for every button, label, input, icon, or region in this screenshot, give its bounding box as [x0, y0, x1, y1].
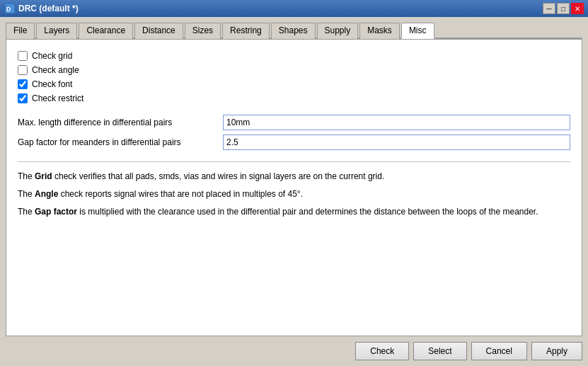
misc-tab-content: Check grid Check angle Check font Check … [6, 39, 582, 336]
check-restrict-label: Check restrict [32, 93, 83, 103]
max-length-row: Max. length difference in differential p… [18, 115, 570, 130]
check-grid-label: Check grid [32, 51, 72, 61]
apply-button[interactable]: Apply [531, 342, 582, 360]
window-controls: ─ □ ✕ [543, 3, 584, 14]
grid-info: The Grid check verifies that all pads, s… [18, 171, 570, 183]
grid-info-bold: Grid [35, 171, 52, 181]
tab-layers[interactable]: Layers [36, 23, 77, 39]
gap-info-suffix: is multiplied with the clearance used in… [77, 207, 538, 217]
tab-masks[interactable]: Masks [359, 23, 400, 39]
select-button[interactable]: Select [413, 342, 466, 360]
max-length-label: Max. length difference in differential p… [18, 118, 223, 127]
bottom-bar: Check Select Cancel Apply [6, 336, 582, 360]
tab-sizes[interactable]: Sizes [185, 23, 221, 39]
check-font-label: Check font [32, 79, 72, 89]
cancel-button[interactable]: Cancel [471, 342, 527, 360]
max-length-input[interactable] [223, 115, 570, 130]
tab-bar: File Layers Clearance Distance Sizes Res… [6, 21, 582, 39]
title-bar: D DRC (default *) ─ □ ✕ [0, 0, 588, 17]
tab-supply[interactable]: Supply [317, 23, 359, 39]
tab-clearance[interactable]: Clearance [79, 23, 133, 39]
info-section: The Grid check verifies that all pads, s… [18, 171, 570, 217]
gap-info-prefix: The [18, 207, 35, 217]
angle-info-suffix: check reports signal wires that are not … [58, 189, 303, 199]
check-font-row: Check font [18, 79, 570, 89]
fields-group: Max. length difference in differential p… [18, 115, 570, 150]
check-restrict-checkbox[interactable] [18, 93, 28, 103]
angle-info-bold: Angle [35, 189, 58, 199]
minimize-button[interactable]: ─ [543, 3, 555, 14]
maximize-button[interactable]: □ [557, 3, 570, 14]
check-font-checkbox[interactable] [18, 79, 28, 89]
gap-info-bold: Gap factor [35, 207, 77, 217]
close-button[interactable]: ✕ [571, 3, 584, 14]
check-grid-row: Check grid [18, 51, 570, 61]
tab-distance[interactable]: Distance [134, 23, 183, 39]
separator [18, 161, 570, 162]
check-angle-checkbox[interactable] [18, 65, 28, 75]
grid-info-prefix: The [18, 171, 35, 181]
gap-factor-row: Gap factor for meanders in differential … [18, 135, 570, 150]
grid-info-suffix: check verifies that all pads, smds, vias… [52, 171, 385, 181]
tab-file[interactable]: File [6, 23, 35, 39]
drc-icon: D [4, 3, 16, 14]
dialog-body: File Layers Clearance Distance Sizes Res… [0, 17, 588, 366]
window-title: DRC (default *) [18, 4, 79, 13]
angle-info-prefix: The [18, 189, 35, 199]
tab-restring[interactable]: Restring [222, 23, 270, 39]
check-grid-checkbox[interactable] [18, 51, 28, 61]
check-restrict-row: Check restrict [18, 93, 570, 103]
gap-factor-input[interactable] [223, 135, 570, 150]
check-angle-row: Check angle [18, 65, 570, 75]
gap-factor-label: Gap factor for meanders in differential … [18, 137, 223, 147]
check-angle-label: Check angle [32, 65, 79, 75]
tab-misc[interactable]: Misc [401, 23, 434, 39]
check-button[interactable]: Check [355, 342, 409, 360]
gap-info: The Gap factor is multiplied with the cl… [18, 206, 570, 218]
tab-shapes[interactable]: Shapes [271, 23, 316, 39]
svg-text:D: D [6, 6, 11, 13]
angle-info: The Angle check reports signal wires tha… [18, 188, 570, 200]
